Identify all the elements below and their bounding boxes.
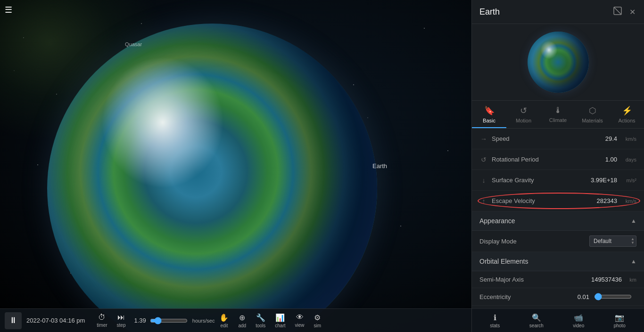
earth-viewport-label: Earth [372,162,387,170]
panel-header: Earth ✕ [472,0,644,24]
tab-bar: 🔖 Basic ↺ Motion 🌡 Climate ⬡ Materials ⚡… [472,101,644,129]
tab-climate[interactable]: 🌡 Climate [541,101,575,128]
surface-gravity-row: ↓ Surface Gravity 3.99E+18 m/s² [472,170,644,191]
semi-major-axis-row: Semi-Major Axis 149537436 km [472,271,644,288]
search-icon: 🔍 [532,313,541,322]
toolbar-item-timer[interactable]: ⏱ timer [92,313,112,328]
toolbar-item-edit[interactable]: ✋ edit [215,313,233,328]
orbital-elements-title: Orbital Elements [479,258,528,265]
speed-label: → Speed [479,135,579,143]
speed-value: 29.4 [579,135,617,142]
photo-icon: 📷 [615,313,624,322]
panel-content: → Speed 29.4 km/s ↺ Rotational Period 1.… [472,129,644,332]
tab-basic[interactable]: 🔖 Basic [472,101,506,128]
speed-row: → Speed 29.4 km/s [472,129,644,149]
tab-climate-label: Climate [549,117,567,123]
escape-velocity-unit: km/s [620,198,636,204]
stats-button[interactable]: ℹ stats [487,313,503,328]
speed-icon: → [479,135,488,143]
svg-line-1 [614,7,621,15]
eccentricity-slider[interactable] [594,293,632,300]
toolbar-item-view[interactable]: 👁 view [290,313,309,328]
earth-globe [47,24,377,332]
escape-velocity-row: ↑ Escape Velocity 282343 km/s [472,191,644,211]
tab-basic-label: Basic [483,118,495,123]
basic-tab-icon: 🔖 [484,105,495,116]
pause-button[interactable]: ⏸ [5,312,22,329]
escape-icon: ↑ [479,197,488,205]
escape-velocity-value: 282343 [579,197,617,204]
rotational-period-unit: days [620,157,636,162]
rotational-period-row: ↺ Rotational Period 1.00 days [472,149,644,170]
display-mode-row: Display Mode Default Realistic Artistic … [472,231,644,252]
materials-tab-icon: ⬡ [589,105,596,116]
actions-tab-icon: ⚡ [622,105,632,116]
toolbar-item-step[interactable]: ⏭ step [112,313,131,328]
gravity-icon: ↓ [479,177,488,184]
toolbar-label-tools: tools [256,323,265,328]
semi-major-axis-label: Semi-Major Axis [479,276,584,283]
edit-icon: ✋ [219,313,229,322]
display-mode-select-wrapper: Default Realistic Artistic Wireframe ▲▼ [589,235,636,247]
toolbar-label-view: view [295,323,305,328]
toolbar-item-tools[interactable]: 🔧 tools [251,313,270,328]
toolbar-item-sim[interactable]: ⚙ sim [309,313,326,328]
quasar-label: Quasar [125,41,142,47]
search-button[interactable]: 🔍 search [527,313,546,328]
photo-label: photo [614,323,626,328]
toolbar-label-chart: chart [275,323,285,328]
eccentricity-row: Eccentricity 0.01 [472,288,644,306]
video-icon: 📹 [574,313,583,322]
surface-gravity-value: 3.99E+18 [579,177,617,184]
display-mode-select[interactable]: Default Realistic Artistic Wireframe [589,235,636,247]
step-icon: ⏭ [117,313,125,322]
speed-value: 1.39 [134,317,146,324]
stats-icon: ℹ [494,313,496,322]
speed-slider-container [150,317,188,324]
close-button[interactable]: ✕ [628,7,636,17]
rotational-period-label: ↺ Rotational Period [479,156,579,163]
surface-gravity-label: ↓ Surface Gravity [479,177,579,184]
toolbar-item-add[interactable]: ⊕ add [233,313,251,328]
rotational-period-value: 1.00 [579,156,617,163]
toolbar-item-chart[interactable]: 📊 chart [270,313,290,328]
appearance-collapse-icon: ▲ [631,218,636,224]
panel-header-buttons: ✕ [612,6,636,18]
datetime-display: 2022-07-03 04:16 pm [26,317,85,324]
semi-major-axis-value: 149537436 [584,276,622,283]
panel-title: Earth [479,7,500,17]
appearance-title: Appearance [479,217,515,225]
right-panel: Earth ✕ 🔖 Basic ↺ Motion 🌡 Climate [471,0,644,332]
appearance-section-header[interactable]: Appearance ▲ [472,211,644,231]
toolbar-label-timer: timer [97,323,107,328]
bottom-right-panel: ℹ stats 🔍 search 📹 video 📷 photo [471,308,644,332]
toolbar-label-step: step [117,323,126,328]
orbital-elements-section-header[interactable]: Orbital Elements ▲ [472,252,644,271]
photo-button[interactable]: 📷 photo [611,313,628,328]
tab-actions-label: Actions [618,118,635,123]
semi-major-axis-unit: km [625,277,636,283]
tools-icon: 🔧 [256,313,265,322]
tab-materials[interactable]: ⬡ Materials [575,101,610,128]
speed-unit: km/s [620,136,636,142]
tab-motion[interactable]: ↺ Motion [506,101,541,128]
tab-motion-label: Motion [516,118,531,123]
toolbar-label-edit: edit [220,323,228,328]
video-button[interactable]: 📹 video [570,313,587,328]
video-label: video [573,323,584,328]
hours-label: hours/sec [192,318,215,324]
climate-tab-icon: 🌡 [554,105,562,115]
timer-icon: ⏱ [98,313,106,322]
no-image-button[interactable] [612,6,623,18]
rotation-icon: ↺ [479,156,488,163]
tab-actions[interactable]: ⚡ Actions [610,101,644,128]
sim-icon: ⚙ [314,313,321,322]
menu-icon[interactable]: ☰ [5,5,12,15]
surface-gravity-unit: m/s² [620,178,636,183]
earth-thumbnail [528,32,589,93]
stats-label: stats [490,323,500,328]
tab-materials-label: Materials [582,118,603,123]
speed-slider[interactable] [150,317,188,324]
main-viewport: Quasar Earth ⏸ 2022-07-03 04:16 pm ⏱ tim… [0,0,471,332]
eccentricity-value: 0.01 [552,293,589,300]
